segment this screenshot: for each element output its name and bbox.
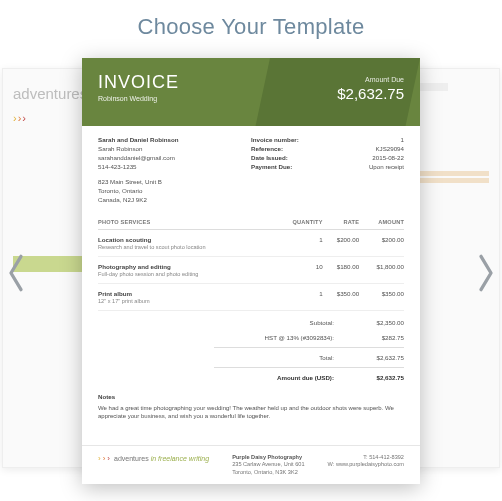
footer-brand-logo: ››› adventures in freelance writing <box>98 454 209 463</box>
totals-block: Subtotal:$2,350.00 HST @ 13% (#3092834):… <box>98 315 404 385</box>
col-service: PHOTO SERVICES <box>98 215 273 230</box>
notes-block: Notes We had a great time photographing … <box>98 393 404 420</box>
chevron-right-icon <box>476 253 496 293</box>
template-carousel: adventures ››› INVOICE Robinson Wedding … <box>0 58 502 488</box>
col-rate: RATE <box>323 215 359 230</box>
invoice-meta-block: Invoice number:1 Reference:KJS29094 Date… <box>251 136 404 205</box>
amount-due-value: $2,632.75 <box>337 85 404 102</box>
table-row: Location scoutingResearch and travel to … <box>98 229 404 256</box>
table-row: Photography and editingFull-day photo se… <box>98 256 404 283</box>
carousel-prev-button[interactable] <box>2 243 30 303</box>
col-quantity: QUANTITY <box>273 215 322 230</box>
invoice-template-preview[interactable]: INVOICE Robinson Wedding Amount Due $2,6… <box>82 58 420 484</box>
footer-contact: T: 514-412-8392 W: www.purpledaisyphoto.… <box>328 454 404 469</box>
carousel-next-button[interactable] <box>472 243 500 303</box>
footer-address: Purple Daisy Photography 235 Carlaw Aven… <box>232 454 304 476</box>
invoice-header: INVOICE Robinson Wedding Amount Due $2,6… <box>82 58 420 126</box>
line-items-table: PHOTO SERVICES QUANTITY RATE AMOUNT Loca… <box>98 215 404 311</box>
amount-due-label: Amount Due <box>337 76 404 83</box>
page-heading: Choose Your Template <box>0 0 502 58</box>
bill-to-block: Sarah and Daniel Robinson Sarah Robinson… <box>98 136 239 205</box>
invoice-footer: ››› adventures in freelance writing Purp… <box>82 445 420 484</box>
chevron-left-icon <box>6 253 26 293</box>
table-row: Print album12" x 17" print album 1 $350.… <box>98 283 404 310</box>
col-amount: AMOUNT <box>359 215 404 230</box>
